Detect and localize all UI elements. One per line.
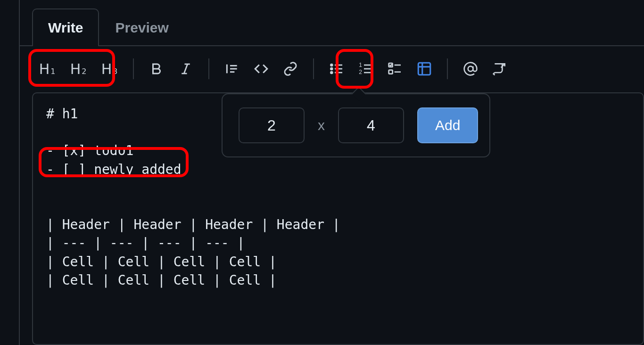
toolbar-group-insert bbox=[213, 58, 309, 79]
toolbar-divider bbox=[133, 58, 134, 79]
task-list-icon bbox=[388, 61, 403, 76]
tab-preview[interactable]: Preview bbox=[99, 8, 184, 46]
table-size-separator: x bbox=[318, 117, 325, 133]
toolbar-divider bbox=[447, 58, 448, 79]
toolbar-group-headings: H1 H2 H3 bbox=[36, 61, 129, 77]
svg-rect-22 bbox=[418, 63, 430, 75]
link-icon bbox=[283, 61, 298, 76]
h3-letter: H bbox=[101, 61, 112, 77]
bullet-list-button[interactable] bbox=[326, 58, 347, 79]
table-button[interactable] bbox=[414, 58, 435, 79]
svg-rect-20 bbox=[389, 70, 393, 74]
table-rows-input[interactable] bbox=[239, 107, 305, 143]
h1-letter: H bbox=[39, 61, 50, 77]
code-icon bbox=[253, 61, 269, 77]
quote-icon bbox=[224, 61, 239, 76]
svg-point-9 bbox=[330, 72, 332, 74]
bold-icon bbox=[149, 62, 164, 76]
at-icon bbox=[463, 61, 478, 76]
ordered-list-button[interactable]: 12 bbox=[355, 58, 376, 79]
h2-letter: H bbox=[70, 61, 81, 77]
italic-icon bbox=[179, 62, 193, 76]
ordered-list-icon: 12 bbox=[358, 61, 373, 76]
svg-text:2: 2 bbox=[359, 69, 362, 75]
table-size-popover: x Add bbox=[222, 93, 490, 157]
italic-button[interactable] bbox=[175, 58, 196, 79]
svg-text:1: 1 bbox=[359, 62, 362, 68]
bullet-list-icon bbox=[329, 61, 344, 76]
cross-reference-button[interactable] bbox=[489, 58, 510, 79]
svg-point-25 bbox=[468, 66, 473, 72]
cross-reference-icon bbox=[492, 61, 507, 76]
editor-tabs: Write Preview bbox=[19, 0, 644, 45]
table-cols-input[interactable] bbox=[338, 107, 404, 143]
svg-point-8 bbox=[330, 68, 332, 70]
add-table-button[interactable]: Add bbox=[417, 107, 478, 143]
quote-button[interactable] bbox=[222, 58, 242, 79]
task-list-button[interactable] bbox=[385, 58, 405, 79]
svg-point-7 bbox=[330, 64, 332, 66]
toolbar-group-lists: 12 bbox=[318, 58, 443, 79]
h1-button[interactable]: H1 bbox=[36, 61, 58, 77]
h1-sub: 1 bbox=[50, 67, 55, 76]
table-icon bbox=[416, 61, 432, 77]
toolbar-group-misc bbox=[452, 58, 519, 79]
h3-sub: 3 bbox=[113, 67, 117, 76]
toolbar-divider bbox=[208, 58, 209, 79]
mention-button[interactable] bbox=[460, 58, 481, 79]
h2-button[interactable]: H2 bbox=[67, 61, 90, 77]
link-button[interactable] bbox=[280, 58, 301, 79]
svg-line-2 bbox=[184, 64, 188, 74]
bold-button[interactable] bbox=[146, 58, 167, 79]
h2-sub: 2 bbox=[82, 67, 86, 76]
h3-button[interactable]: H3 bbox=[98, 61, 121, 77]
tab-write[interactable]: Write bbox=[32, 8, 99, 46]
code-button[interactable] bbox=[251, 58, 272, 79]
markdown-toolbar: H1 H2 H3 bbox=[19, 45, 644, 92]
toolbar-group-format bbox=[138, 58, 205, 79]
toolbar-divider bbox=[313, 58, 314, 79]
